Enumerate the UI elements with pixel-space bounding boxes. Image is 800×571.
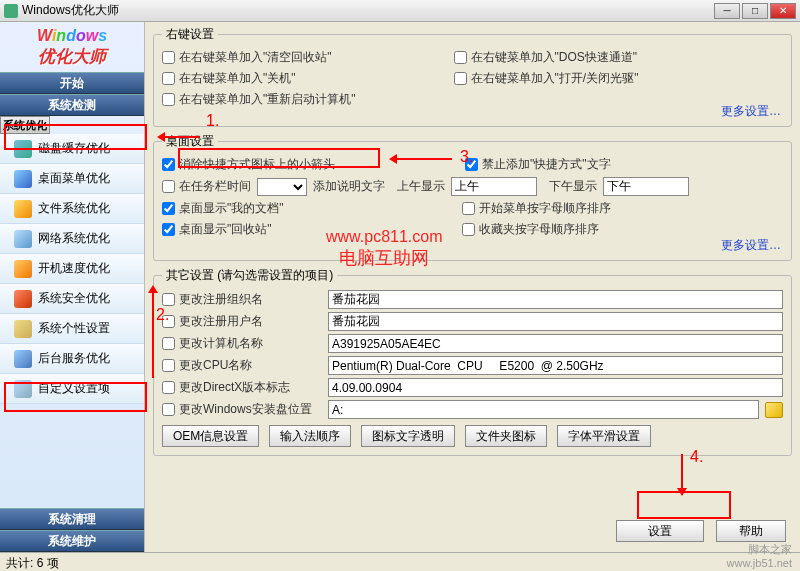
sidebar-item-4[interactable]: 开机速度优化 (0, 254, 144, 284)
other-input-3[interactable] (328, 356, 783, 375)
sidebar-item-5[interactable]: 系统安全优化 (0, 284, 144, 314)
group-rightclick: 右键设置 在右键菜单加入"清空回收站" 在右键菜单加入"DOS快速通道" 在右键… (153, 26, 792, 127)
chk-rc-1[interactable]: 在右键菜单加入"DOS快速通道" (454, 49, 638, 66)
set-button[interactable]: 设置 (616, 520, 704, 542)
sidebar-item-7[interactable]: 后台服务优化 (0, 344, 144, 374)
sidebar-item-8[interactable]: 自定义设置项 (0, 374, 144, 404)
other-input-2[interactable] (328, 334, 783, 353)
more-rightclick-link[interactable]: 更多设置… (721, 103, 781, 120)
sidebar-icon-0 (14, 140, 32, 158)
other-btn-2[interactable]: 图标文字透明 (361, 425, 455, 447)
sidebar-icon-5 (14, 290, 32, 308)
sidebar-icon-4 (14, 260, 32, 278)
other-input-4[interactable] (328, 378, 783, 397)
content-panel: 右键设置 在右键菜单加入"清空回收站" 在右键菜单加入"DOS快速通道" 在右键… (145, 22, 800, 552)
maximize-button[interactable]: □ (742, 3, 768, 19)
titlebar: Windows优化大师 ─ □ ✕ (0, 0, 800, 22)
minimize-button[interactable]: ─ (714, 3, 740, 19)
chk-rc-4[interactable]: 在右键菜单加入"重新启动计算机" (162, 91, 356, 108)
sidebar-icon-3 (14, 230, 32, 248)
sidebar-icon-1 (14, 170, 32, 188)
sidebar-item-2[interactable]: 文件系统优化 (0, 194, 144, 224)
statusbar: 共计: 6 项 (0, 552, 800, 571)
chk-rc-0[interactable]: 在右键菜单加入"清空回收站" (162, 49, 332, 66)
sidebar-icon-6 (14, 320, 32, 338)
chk-prohibit-shortcut[interactable]: 禁止添加"快捷方式"文字 (465, 156, 611, 173)
sidebar-top-2[interactable]: 系统优化 (0, 116, 50, 134)
sidebar-icon-7 (14, 350, 32, 368)
chk-mydoc[interactable]: 桌面显示"我的文档" (162, 200, 284, 217)
chk-startsort[interactable]: 开始菜单按字母顺序排序 (462, 200, 611, 217)
app-icon (4, 4, 18, 18)
more-desktop-link[interactable]: 更多设置… (721, 237, 781, 254)
other-chk-3[interactable]: 更改CPU名称 (162, 357, 322, 374)
input-am[interactable] (451, 177, 537, 196)
sidebar-icon-8 (14, 380, 32, 398)
chk-remove-arrow[interactable]: 消除快捷方式图标上的小箭头 (162, 156, 335, 173)
legend-rightclick: 右键设置 (162, 26, 218, 43)
sidebar-bottom-1[interactable]: 系统维护 (0, 530, 144, 552)
sidebar-icon-2 (14, 200, 32, 218)
other-btn-1[interactable]: 输入法顺序 (269, 425, 351, 447)
sidebar-bottom-0[interactable]: 系统清理 (0, 508, 144, 530)
sidebar-top-1[interactable]: 系统检测 (0, 94, 144, 116)
other-chk-4[interactable]: 更改DirectX版本标志 (162, 379, 322, 396)
brand-logo: Windows 优化大师 (0, 22, 144, 72)
other-input-0[interactable] (328, 290, 783, 309)
chk-favsort[interactable]: 收藏夹按字母顺序排序 (462, 221, 599, 238)
legend-other: 其它设置 (请勾选需设置的项目) (162, 267, 337, 284)
group-other: 其它设置 (请勾选需设置的项目) 更改注册组织名更改注册用户名更改计算机名称更改… (153, 267, 792, 456)
other-btn-0[interactable]: OEM信息设置 (162, 425, 259, 447)
other-input-1[interactable] (328, 312, 783, 331)
browse-folder-icon[interactable] (765, 402, 783, 418)
sidebar-item-6[interactable]: 系统个性设置 (0, 314, 144, 344)
other-input-5[interactable] (328, 400, 759, 419)
lbl-adddesc: 添加说明文字 (313, 178, 385, 195)
other-chk-2[interactable]: 更改计算机名称 (162, 335, 322, 352)
sidebar-item-1[interactable]: 桌面菜单优化 (0, 164, 144, 194)
other-btn-3[interactable]: 文件夹图标 (465, 425, 547, 447)
chk-taskbar-time[interactable]: 在任务栏时间 (162, 178, 251, 195)
other-chk-0[interactable]: 更改注册组织名 (162, 291, 322, 308)
sidebar: Windows 优化大师 开始系统检测系统优化 磁盘缓存优化桌面菜单优化文件系统… (0, 22, 145, 552)
close-button[interactable]: ✕ (770, 3, 796, 19)
group-desktop: 桌面设置 消除快捷方式图标上的小箭头 禁止添加"快捷方式"文字 在任务栏时间 添… (153, 133, 792, 261)
other-chk-5[interactable]: 更改Windows安装盘位置 (162, 401, 322, 418)
sidebar-item-3[interactable]: 网络系统优化 (0, 224, 144, 254)
other-btn-4[interactable]: 字体平滑设置 (557, 425, 651, 447)
lbl-pmshow: 下午显示 (549, 178, 597, 195)
chk-rc-3[interactable]: 在右键菜单加入"打开/关闭光驱" (454, 70, 639, 87)
other-chk-1[interactable]: 更改注册用户名 (162, 313, 322, 330)
lbl-amshow: 上午显示 (397, 178, 445, 195)
sidebar-item-0[interactable]: 磁盘缓存优化 (0, 134, 144, 164)
window-title: Windows优化大师 (22, 2, 714, 19)
select-taskbar-time[interactable] (257, 178, 307, 196)
chk-rc-2[interactable]: 在右键菜单加入"关机" (162, 70, 296, 87)
chk-recycle[interactable]: 桌面显示"回收站" (162, 221, 272, 238)
sidebar-top-0[interactable]: 开始 (0, 72, 144, 94)
help-button[interactable]: 帮助 (716, 520, 786, 542)
input-pm[interactable] (603, 177, 689, 196)
